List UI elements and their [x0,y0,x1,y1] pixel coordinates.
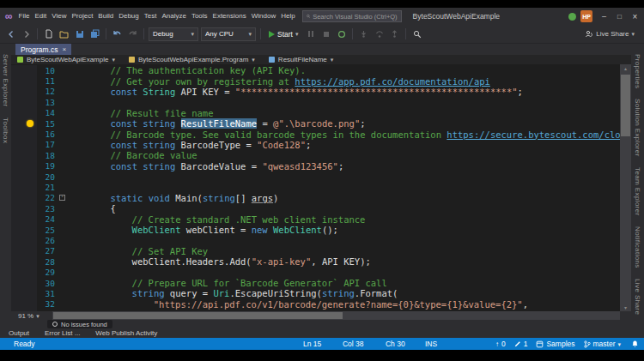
find-in-files-icon[interactable] [410,27,423,40]
horizontal-scrollbar-thumb[interactable] [53,312,343,319]
issues-badge[interactable]: No issues found [47,320,112,328]
code-line-19[interactable]: 19const string BarcodeValue = "qweasd123… [11,161,620,171]
status-line[interactable]: Ln 15 [303,340,343,348]
code-line-21[interactable]: 21 [11,182,620,192]
code-line-28[interactable]: 28webClient.Headers.Add("x-api-key", API… [11,256,620,267]
step-out-icon[interactable] [388,27,401,40]
status-column[interactable]: Col 38 [343,340,386,348]
breadcrumb-item-bytescoutwebapiexample-program[interactable]: ByteScoutWebApiExample.Program [129,56,255,63]
restart-icon[interactable] [335,27,348,40]
new-file-icon[interactable] [42,27,55,40]
redo-icon[interactable] [126,27,139,40]
code-line-18[interactable]: 18// Barcode value [11,150,620,160]
code-line-27[interactable]: 27// Set API Key [11,246,620,256]
code-line-26[interactable]: 26 [11,235,620,245]
code-line-23[interactable]: 23{ [11,203,620,214]
vertical-scrollbar[interactable] [620,64,631,311]
lightbulb-icon[interactable] [27,120,33,127]
right-tool-tab-notifications[interactable]: Notifications [634,226,641,268]
menu-view[interactable]: View [49,8,69,25]
notifications-bell-icon[interactable] [631,340,639,348]
menu-file[interactable]: File [16,8,33,25]
code-line-12[interactable]: 12const String API_KEY = "**************… [11,87,620,97]
code-text: const string BarcodeType = "Code128"; [67,140,620,150]
step-over-icon[interactable] [373,27,386,40]
menu-tools[interactable]: Tools [189,8,210,25]
right-tool-tab-team-explorer[interactable]: Team Explorer [634,167,641,216]
menu-build[interactable]: Build [95,8,116,25]
navigate-forward-icon[interactable] [20,27,33,40]
code-line-31[interactable]: 31string query = Uri.EscapeUriString(str… [11,288,620,298]
pending-changes[interactable]: 1 [514,340,528,348]
navigate-back-icon[interactable] [4,27,17,40]
code-line-25[interactable]: 25WebClient webClient = new WebClient(); [11,225,620,235]
outgoing-commits[interactable]: 0 [495,340,506,348]
user-avatar[interactable]: HP [580,10,592,22]
menu-extensions[interactable]: Extensions [210,8,249,25]
menu-project[interactable]: Project [69,8,95,25]
feedback-icon[interactable] [568,13,576,21]
live-share-button[interactable]: Live Share [585,30,640,39]
step-into-icon[interactable] [357,27,370,40]
scroll-down-icon[interactable] [620,304,631,310]
zoom-control[interactable]: 91 % [11,312,52,320]
code-line-20[interactable]: 20 [11,171,620,182]
fold-marker[interactable] [58,195,67,201]
close-tab-icon[interactable] [62,46,66,53]
branch-picker[interactable]: master [584,340,622,348]
code-line-17[interactable]: 17const string BarcodeType = "Code128"; [11,140,620,150]
left-tool-tab-toolbox[interactable]: Toolbox [2,117,9,143]
right-tool-tab-properties[interactable]: Properties [634,54,641,88]
horizontal-scrollbar[interactable] [52,311,620,320]
search-input[interactable]: Search Visual Studio (Ctrl+Q) [302,10,402,22]
code-token: args [252,193,273,203]
panel-tab-error-list[interactable]: Error List ... [45,329,80,337]
vertical-scrollbar-thumb[interactable] [621,75,630,136]
status-insert-mode[interactable]: INS [425,340,454,348]
stop-icon[interactable] [319,27,332,40]
code-line-10[interactable]: 10// The authentication key (API Key). [11,65,620,75]
code-line-24[interactable]: 24// Create standard .NET web client ins… [11,214,620,224]
menu-analyze[interactable]: Analyze [159,8,188,25]
save-icon[interactable] [73,27,86,40]
platform-dropdown[interactable]: Any CPU [201,27,256,41]
code-line-30[interactable]: 30// Prepare URL for `Barcode Generator`… [11,278,620,288]
collapse-icon[interactable] [59,195,65,201]
repository-picker[interactable]: Samples [536,340,574,348]
code-line-14[interactable]: 14// Result file name [11,108,620,118]
start-button[interactable]: Start [265,30,301,39]
code-line-15[interactable]: 15const string ResultFileName = @".\barc… [11,118,620,129]
code-line-11[interactable]: 11// Get your own by registering at http… [11,75,620,86]
lightbulb-icon[interactable] [11,118,37,129]
code-line-29[interactable]: 29 [11,267,620,277]
status-character[interactable]: Ch 30 [386,340,425,348]
breadcrumb-item-bytescoutwebapiexample[interactable]: ByteScoutWebApiExample [17,56,115,63]
code-line-13[interactable]: 13 [11,97,620,107]
panel-tab-output[interactable]: Output [9,329,29,337]
open-file-icon[interactable] [58,27,70,40]
configuration-dropdown[interactable]: Debug [149,27,198,41]
minimize-button[interactable] [597,9,611,24]
left-tool-tab-server-explorer[interactable]: Server Explorer [2,54,9,107]
code-line-22[interactable]: 22static void Main(string[] args) [11,193,620,203]
scroll-up-icon[interactable] [620,65,631,71]
glyph-margin [11,161,37,171]
undo-icon[interactable] [111,27,124,40]
panel-tab-web-publish-activity[interactable]: Web Publish Activity [95,329,157,337]
code-editor[interactable]: 10// The authentication key (API Key).11… [11,64,631,311]
tab-program-cs[interactable]: Program.cs [15,44,71,55]
breadcrumb-item-resultfilename[interactable]: ResultFileName [269,56,333,63]
menu-test[interactable]: Test [142,8,160,25]
menu-help[interactable]: Help [278,8,297,25]
code-line-32[interactable]: 32"https://api.pdf.co/v1/barcode/generat… [11,299,620,310]
menu-window[interactable]: Window [249,8,278,25]
menu-edit[interactable]: Edit [32,8,49,25]
right-tool-tab-solution-explorer[interactable]: Solution Explorer [634,99,641,157]
code-line-16[interactable]: 16// Barcode type. See valid barcode typ… [11,129,620,139]
maximize-button[interactable] [612,9,627,24]
save-all-icon[interactable] [88,27,101,40]
menu-debug[interactable]: Debug [116,8,142,25]
pause-icon[interactable] [304,27,317,40]
close-button[interactable] [628,9,642,24]
right-tool-tab-live-share[interactable]: Live Share [634,279,641,315]
